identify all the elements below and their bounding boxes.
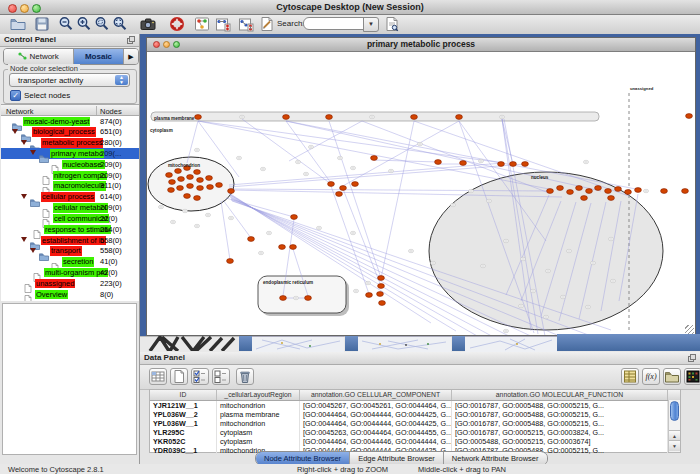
search-dropdown-button[interactable]: ▼ bbox=[363, 17, 379, 32]
close-window-button[interactable] bbox=[8, 4, 17, 13]
zoom-selected-icon[interactable] bbox=[94, 16, 111, 32]
network-node[interactable] bbox=[379, 301, 386, 306]
network-node[interactable] bbox=[460, 161, 467, 166]
tab-overflow-arrow[interactable]: ▶ bbox=[124, 49, 138, 64]
table-vertical-scrollbar[interactable]: ▲ ▼ bbox=[668, 400, 680, 452]
network-node[interactable] bbox=[608, 196, 615, 201]
network-node[interactable] bbox=[279, 245, 286, 250]
tree-label[interactable]: mosaic-demo-yeast bbox=[23, 117, 90, 127]
expand-triangle-icon[interactable] bbox=[21, 194, 27, 199]
tree-row-cellular-process[interactable]: cellular process614(0) bbox=[1, 192, 139, 203]
table-row-ypl036w-2[interactable]: YPL036W__2plasma membrane[GO:0044464, GO… bbox=[150, 410, 680, 419]
zoom-in-icon[interactable] bbox=[76, 16, 93, 32]
background-window-thumbnail[interactable] bbox=[252, 336, 344, 352]
tree-row-nitrogen-compo[interactable]: nitrogen compo209(0) bbox=[1, 170, 139, 181]
expand-triangle-icon[interactable] bbox=[12, 129, 18, 134]
network-node[interactable] bbox=[547, 189, 554, 194]
network-node[interactable] bbox=[340, 186, 347, 191]
network-node[interactable] bbox=[169, 180, 176, 185]
import-folder-icon[interactable] bbox=[663, 368, 681, 385]
float-panel-icon[interactable] bbox=[688, 354, 696, 362]
network-window-titlebar[interactable]: primary metabolic process bbox=[147, 38, 695, 52]
network-window-close-button[interactable] bbox=[153, 41, 160, 48]
save-icon[interactable] bbox=[34, 16, 51, 32]
tab-mosaic[interactable]: Mosaic bbox=[74, 49, 124, 64]
zoom-window-button[interactable] bbox=[32, 4, 41, 13]
network-node[interactable] bbox=[227, 259, 234, 264]
minimize-window-button[interactable] bbox=[20, 4, 29, 13]
network-canvas[interactable]: plasma membrane cytoplasm mitochondrion … bbox=[147, 51, 695, 335]
tree-label[interactable]: nucleobase- bbox=[62, 160, 105, 170]
network-node[interactable] bbox=[595, 186, 602, 191]
network-node[interactable] bbox=[686, 114, 693, 119]
network-node[interactable] bbox=[605, 189, 612, 194]
network-node[interactable] bbox=[377, 292, 384, 297]
network-node[interactable] bbox=[625, 190, 632, 195]
background-window-edge[interactable] bbox=[452, 336, 465, 351]
tree-label[interactable]: nitrogen compo bbox=[53, 171, 107, 181]
network-node[interactable] bbox=[283, 115, 290, 120]
network-window-minimize-button[interactable] bbox=[163, 41, 170, 48]
network-node[interactable] bbox=[195, 115, 202, 120]
network-node[interactable] bbox=[581, 196, 588, 201]
tree-row-metabolic-process[interactable]: metabolic process280(0) bbox=[1, 138, 139, 149]
tree-row-secretion[interactable]: secretion41(0) bbox=[1, 257, 139, 268]
background-window-thumbnail[interactable] bbox=[465, 336, 557, 352]
tree-label[interactable]: Overview bbox=[35, 290, 68, 300]
background-window-thumbnail[interactable] bbox=[358, 336, 451, 352]
tree-row-cell-communicat[interactable]: cell communicat22(0) bbox=[1, 213, 139, 224]
network-node[interactable] bbox=[187, 184, 194, 189]
zoom-fit-icon[interactable] bbox=[112, 16, 129, 32]
attribute-grid-icon[interactable] bbox=[149, 368, 167, 385]
network-node[interactable] bbox=[248, 237, 255, 242]
open-folder-icon[interactable] bbox=[10, 16, 27, 32]
tree-row-establishment-of-lo[interactable]: establishment of lo558(0) bbox=[1, 235, 139, 246]
tree-header-divider[interactable] bbox=[96, 106, 97, 115]
table-row-yjr121w-1[interactable]: YJR121W__1mitochondrion[GO:0045267, GO:0… bbox=[150, 401, 680, 410]
tree-row-primary-metabo[interactable]: primary metabo209(... bbox=[1, 148, 139, 159]
network-node[interactable] bbox=[586, 189, 593, 194]
tree-row-cellular-metabol[interactable]: cellular metabol209(0) bbox=[1, 203, 139, 214]
tree-label[interactable]: transport bbox=[50, 246, 82, 256]
tree-label[interactable]: multi-organism pro bbox=[44, 268, 108, 278]
network-node[interactable] bbox=[371, 156, 378, 161]
tree-row-macromolecule[interactable]: macromolecule311(0) bbox=[1, 181, 139, 192]
network-node[interactable] bbox=[280, 296, 287, 301]
network-node[interactable] bbox=[435, 160, 442, 165]
tree-row-unassigned[interactable]: unassigned223(0) bbox=[1, 278, 139, 289]
background-window-edge[interactable] bbox=[345, 336, 358, 351]
network-node[interactable] bbox=[661, 189, 668, 194]
network-node[interactable] bbox=[178, 177, 185, 182]
search-input[interactable] bbox=[303, 17, 369, 30]
network-node[interactable] bbox=[194, 196, 201, 201]
tree-row-transport[interactable]: transport558(0) bbox=[1, 246, 139, 257]
network-node[interactable] bbox=[207, 185, 214, 190]
new-attribute-icon[interactable] bbox=[170, 368, 188, 385]
search-options-icon[interactable] bbox=[384, 16, 401, 32]
network-node[interactable] bbox=[378, 276, 385, 281]
delete-attribute-icon[interactable] bbox=[236, 368, 254, 385]
float-panel-icon[interactable] bbox=[127, 36, 135, 44]
tree-row-biological-process[interactable]: biological_process651(0) bbox=[1, 127, 139, 138]
network-node[interactable] bbox=[194, 170, 201, 175]
network-node[interactable] bbox=[352, 182, 359, 187]
tree-label[interactable]: primary metabo bbox=[50, 149, 104, 159]
network-node[interactable] bbox=[175, 169, 182, 174]
expand-triangle-icon[interactable] bbox=[30, 150, 36, 155]
matrix-icon[interactable] bbox=[684, 368, 700, 385]
network-node[interactable] bbox=[682, 189, 689, 194]
network-node[interactable] bbox=[166, 173, 173, 178]
scroll-down-arrow[interactable]: ▼ bbox=[669, 440, 680, 451]
tree-label[interactable]: macromolecule bbox=[53, 181, 106, 191]
scrollbar-thumb[interactable] bbox=[670, 401, 679, 421]
column-header-annotation-go-cellular-component[interactable]: annotation.GO CELLULAR_COMPONENT bbox=[300, 390, 452, 400]
tree-row-nucleobase[interactable]: nucleobase-209(0) bbox=[1, 159, 139, 170]
window-resize-grip[interactable] bbox=[685, 325, 694, 334]
column-header-id[interactable]: ID bbox=[150, 390, 217, 400]
tree-label[interactable]: cellular process bbox=[41, 192, 95, 202]
network-node[interactable] bbox=[498, 162, 505, 167]
table-icon[interactable] bbox=[621, 368, 639, 385]
network-node[interactable] bbox=[168, 188, 175, 193]
network-node[interactable] bbox=[184, 194, 191, 199]
network-node[interactable] bbox=[206, 176, 213, 181]
